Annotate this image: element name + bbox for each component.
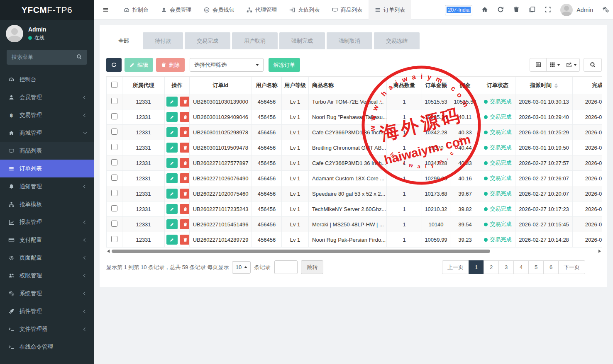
sidebar-item-支付配置[interactable]: 支付配置 <box>0 231 94 249</box>
hamburger-button[interactable] <box>94 6 117 13</box>
row-checkbox[interactable] <box>111 221 117 227</box>
refresh-button[interactable] <box>497 6 504 14</box>
sidebar-item-页面配置[interactable]: 页面配置 <box>0 249 94 267</box>
row-checkbox[interactable] <box>111 236 117 242</box>
select-all-checkbox[interactable] <box>111 82 117 88</box>
tab-用户取消[interactable]: 用户取消 <box>232 32 278 49</box>
page-6-button[interactable]: 6 <box>543 260 559 274</box>
edit-button[interactable]: 编辑 <box>125 58 153 72</box>
nav-tab-控制台[interactable]: 控制台 <box>117 0 155 20</box>
row-edit-button[interactable] <box>166 127 178 137</box>
row-checkbox[interactable] <box>111 175 117 181</box>
sidebar-item-插件管理[interactable]: 插件管理 <box>0 302 94 320</box>
sidebar-item-订单列表[interactable]: 订单列表 <box>0 160 94 177</box>
page-5-button[interactable]: 5 <box>528 260 544 274</box>
table-search-button[interactable] <box>584 58 602 72</box>
page-1-button[interactable]: 1 <box>469 260 484 274</box>
nav-tab-充值列表[interactable]: 充值列表 <box>283 0 326 20</box>
tab-强制取消[interactable]: 强制取消 <box>327 32 372 49</box>
cogs-icon <box>602 6 609 13</box>
row-delete-button[interactable] <box>180 235 190 245</box>
sidebar-search-input[interactable]: 搜索菜单 <box>7 50 87 65</box>
nav-tab-会员管理[interactable]: 会员管理 <box>155 0 198 20</box>
row-edit-button[interactable] <box>166 219 178 229</box>
row-edit-button[interactable] <box>166 97 178 107</box>
page-size-select[interactable]: 10 <box>232 261 251 274</box>
row-edit-button[interactable] <box>166 189 178 199</box>
row-checkbox[interactable] <box>111 129 117 135</box>
nav-tab-会员钱包[interactable]: cc会员钱包 <box>198 0 240 20</box>
trash-button[interactable] <box>513 6 520 14</box>
page-2-button[interactable]: 2 <box>484 260 499 274</box>
admin-menu[interactable]: Admin <box>560 4 593 16</box>
row-delete-button[interactable] <box>180 219 190 229</box>
row-edit-button[interactable] <box>166 143 178 153</box>
row-delete-button[interactable] <box>180 189 190 199</box>
unfreeze-order-button[interactable]: 解冻订单 <box>269 58 300 72</box>
sidebar-item-在线命令管理[interactable]: 在线命令管理 <box>0 338 94 356</box>
sidebar-item-通知管理[interactable]: 通知管理 <box>0 177 94 195</box>
row-delete-button[interactable] <box>180 97 190 107</box>
export-button[interactable] <box>563 58 580 72</box>
row-delete-button[interactable] <box>180 127 190 137</box>
row-edit-button[interactable] <box>166 204 178 214</box>
row-checkbox[interactable] <box>111 144 117 150</box>
jump-button[interactable]: 跳转 <box>301 260 323 274</box>
home-button[interactable] <box>481 6 488 14</box>
delete-button[interactable]: 删除 <box>156 58 185 72</box>
detail-view-button[interactable] <box>530 58 547 72</box>
sidebar-item-文件管理器[interactable]: 文件管理器 <box>0 320 94 338</box>
row-delete-button[interactable] <box>180 158 190 168</box>
page-3-button[interactable]: 3 <box>498 260 514 274</box>
sidebar-item-商品列表[interactable]: 商品列表 <box>0 142 94 160</box>
row-edit-button[interactable] <box>166 158 178 168</box>
sidebar-item-交易管理[interactable]: ฿交易管理 <box>0 106 94 124</box>
sidebar-item-报表管理[interactable]: 报表管理 <box>0 213 94 231</box>
page-4-button[interactable]: 4 <box>513 260 529 274</box>
sidebar-item-抢单模板[interactable]: 抢单模板 <box>0 195 94 213</box>
expand-button[interactable] <box>545 6 551 14</box>
column-header-指派时间[interactable]: 指派时间 <box>515 77 573 94</box>
logo-text-bold: YFCM <box>22 5 47 15</box>
tab-交易冻结[interactable]: 交易冻结 <box>374 32 420 49</box>
agent-filter-select[interactable]: 选择代理筛选 <box>190 58 264 72</box>
cell-product: Adamant Custom 18X-Core ... <box>309 171 387 186</box>
row-edit-button[interactable] <box>166 235 178 245</box>
refresh-button[interactable] <box>106 58 122 72</box>
tab-交易完成[interactable]: 交易完成 <box>185 32 230 49</box>
nav-tab-商品列表[interactable]: 商品列表 <box>326 0 369 20</box>
row-delete-button[interactable] <box>180 143 190 153</box>
row-checkbox[interactable] <box>111 190 117 196</box>
columns-toggle-button[interactable] <box>546 58 563 72</box>
scroll-left-arrow-icon[interactable] <box>107 250 110 253</box>
row-checkbox[interactable] <box>111 205 117 211</box>
row-edit-button[interactable] <box>166 112 178 122</box>
jump-page-input[interactable] <box>274 260 298 274</box>
row-checkbox[interactable] <box>111 98 117 104</box>
sort-icon[interactable] <box>554 83 558 88</box>
sidebar-item-会员管理[interactable]: 会员管理 <box>0 88 94 106</box>
row-edit-button[interactable] <box>166 173 178 183</box>
scroll-right-arrow-icon[interactable] <box>598 250 601 253</box>
sidebar-item-商城管理[interactable]: 商城管理 <box>0 124 94 142</box>
row-checkbox[interactable] <box>111 113 117 119</box>
tab-待付款[interactable]: 待付款 <box>143 32 183 49</box>
tab-强制完成[interactable]: 强制完成 <box>279 32 325 49</box>
row-delete-button[interactable] <box>180 173 190 183</box>
next-page-button[interactable]: 下一页 <box>558 260 585 274</box>
sidebar-item-权限管理[interactable]: 权限管理 <box>0 267 94 284</box>
sidebar-item-控制台[interactable]: 控制台 <box>0 70 94 88</box>
copy-button[interactable] <box>529 6 535 14</box>
horizontal-scrollbar[interactable] <box>106 249 602 253</box>
sidebar-item-系统管理[interactable]: 系统管理 <box>0 284 94 302</box>
region-input[interactable]: 207-India <box>445 5 472 15</box>
nav-tab-订单列表[interactable]: 订单列表 <box>369 0 411 20</box>
prev-page-button[interactable]: 上一页 <box>442 260 469 274</box>
nav-tab-代理管理[interactable]: 代理管理 <box>240 0 283 20</box>
tab-全部[interactable]: 全部 <box>106 32 141 49</box>
row-delete-button[interactable] <box>180 112 190 122</box>
row-delete-button[interactable] <box>180 204 190 214</box>
settings-gears-icon[interactable] <box>602 6 609 14</box>
scrollbar-thumb[interactable] <box>112 250 490 253</box>
row-checkbox[interactable] <box>111 159 117 165</box>
